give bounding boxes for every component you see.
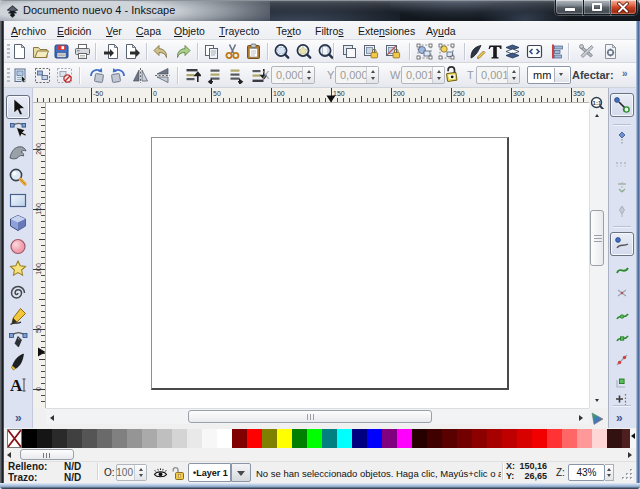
svg-text:1:1: 1:1 bbox=[593, 100, 602, 106]
svg-text:A: A bbox=[10, 376, 23, 395]
